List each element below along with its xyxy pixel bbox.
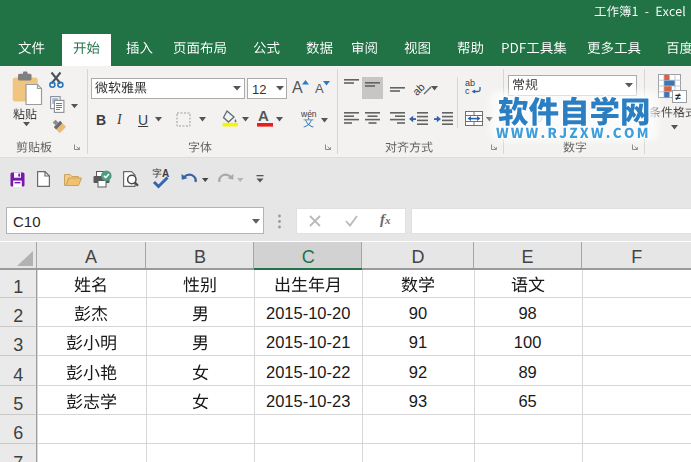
svg-text:ab: ab <box>410 81 427 98</box>
svg-text:ab: ab <box>465 78 475 88</box>
svg-text:c: c <box>465 86 470 96</box>
